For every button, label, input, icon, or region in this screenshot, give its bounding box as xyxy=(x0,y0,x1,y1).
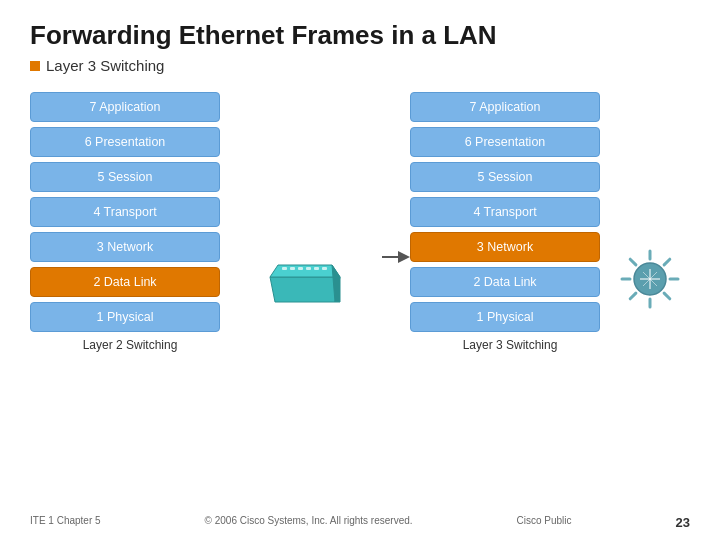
left-layer-1: 1 Physical xyxy=(30,302,220,332)
left-block: 7 Application6 Presentation5 Session4 Tr… xyxy=(30,92,230,352)
svg-line-15 xyxy=(630,293,636,299)
svg-rect-5 xyxy=(298,267,303,270)
right-icon-block xyxy=(610,92,690,312)
svg-line-13 xyxy=(664,293,670,299)
left-layer-4: 4 Transport xyxy=(30,197,220,227)
svg-rect-3 xyxy=(282,267,287,270)
left-layer-7: 7 Application xyxy=(30,92,220,122)
right-layer-7: 7 Application xyxy=(410,92,600,122)
svg-line-17 xyxy=(630,259,636,265)
right-layer-6: 6 Presentation xyxy=(410,127,600,157)
page: Forwarding Ethernet Frames in a LAN Laye… xyxy=(0,0,720,540)
footer-center-left: © 2006 Cisco Systems, Inc. All rights re… xyxy=(205,515,413,530)
right-layer-5: 5 Session xyxy=(410,162,600,192)
footer-left: ITE 1 Chapter 5 xyxy=(30,515,101,530)
left-osi-column: 7 Application6 Presentation5 Session4 Tr… xyxy=(30,92,230,332)
arrow-icon xyxy=(380,247,410,267)
right-layer-4: 4 Transport xyxy=(410,197,600,227)
left-layer-2: 2 Data Link xyxy=(30,267,220,297)
svg-marker-1 xyxy=(270,265,340,277)
subtitle-text: Layer 3 Switching xyxy=(46,57,164,74)
right-layer-1: 1 Physical xyxy=(410,302,600,332)
footer: ITE 1 Chapter 5 © 2006 Cisco Systems, In… xyxy=(0,515,720,530)
bullet-icon xyxy=(30,61,40,71)
svg-rect-6 xyxy=(306,267,311,270)
svg-rect-4 xyxy=(290,267,295,270)
left-layer-5: 5 Session xyxy=(30,162,220,192)
diagram-wrapper: 7 Application6 Presentation5 Session4 Tr… xyxy=(30,92,690,352)
right-block: 7 Application6 Presentation5 Session4 Tr… xyxy=(410,92,610,352)
layer2-switch-icon xyxy=(260,247,350,312)
left-column-label: Layer 2 Switching xyxy=(83,338,178,352)
left-layer-6: 6 Presentation xyxy=(30,127,220,157)
right-column-label: Layer 3 Switching xyxy=(463,338,558,352)
right-layer-3: 3 Network xyxy=(410,232,600,262)
page-title: Forwarding Ethernet Frames in a LAN xyxy=(30,20,690,51)
center-block xyxy=(230,92,380,312)
svg-line-11 xyxy=(664,259,670,265)
footer-center-right: Cisco Public xyxy=(517,515,572,530)
footer-page-number: 23 xyxy=(676,515,690,530)
layer3-router-icon xyxy=(618,247,683,312)
svg-marker-0 xyxy=(270,277,340,302)
arrow-container xyxy=(380,92,410,315)
left-layer-3: 3 Network xyxy=(30,232,220,262)
subtitle: Layer 3 Switching xyxy=(30,57,690,74)
svg-rect-8 xyxy=(322,267,327,270)
svg-rect-7 xyxy=(314,267,319,270)
right-layer-2: 2 Data Link xyxy=(410,267,600,297)
right-osi-column: 7 Application6 Presentation5 Session4 Tr… xyxy=(410,92,610,332)
